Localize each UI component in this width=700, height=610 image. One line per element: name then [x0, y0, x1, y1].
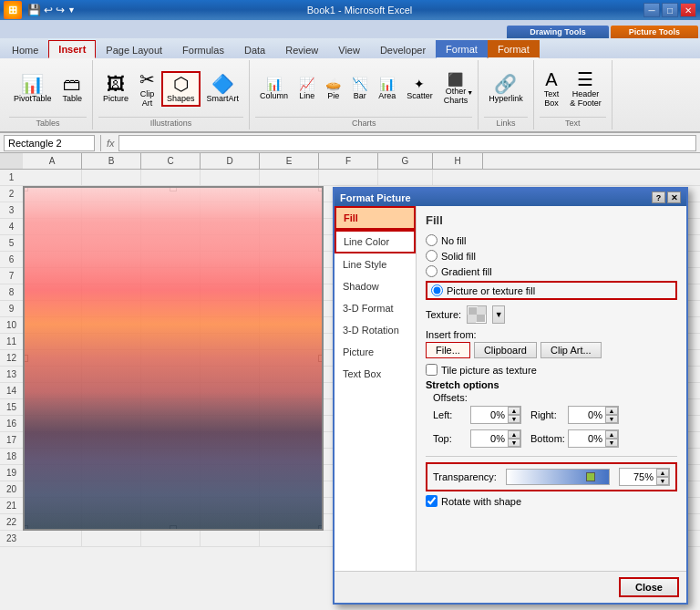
cell-B12[interactable]	[82, 350, 141, 367]
tab-review[interactable]: Review	[275, 40, 328, 58]
col-H[interactable]: H	[433, 153, 483, 169]
picture-fill-radio[interactable]	[431, 284, 443, 296]
cell-C6[interactable]	[141, 252, 201, 268]
file-button[interactable]: File...	[426, 342, 470, 358]
cell-C18[interactable]	[141, 449, 201, 465]
cell-D12[interactable]	[201, 350, 260, 367]
col-A[interactable]: A	[23, 153, 82, 169]
line-chart-button[interactable]: 📈 Line	[294, 75, 319, 103]
text-box-button[interactable]: A TextBox	[540, 67, 564, 110]
transparency-slider-thumb[interactable]	[586, 472, 595, 481]
top-offset-input[interactable]	[471, 430, 508, 447]
cell-A17[interactable]	[23, 432, 82, 449]
minimize-button[interactable]: ─	[643, 3, 660, 17]
cell-H1[interactable]	[433, 170, 700, 186]
save-button[interactable]: 💾	[27, 4, 41, 16]
trans-down-button[interactable]: ▼	[656, 477, 669, 485]
top-up-button[interactable]: ▲	[508, 430, 520, 439]
cell-A4[interactable]	[23, 219, 82, 235]
shapes-button[interactable]: ⬡ Shapes	[161, 71, 201, 107]
cell-D13[interactable]	[201, 367, 260, 383]
right-up-button[interactable]: ▲	[605, 407, 618, 415]
tab-home[interactable]: Home	[2, 40, 48, 58]
pivot-table-button[interactable]: 📊 PivotTable	[9, 72, 57, 106]
cell-B23[interactable]	[82, 531, 141, 547]
cell-D5[interactable]	[201, 235, 260, 252]
tab-developer[interactable]: Developer	[370, 40, 436, 58]
left-offset-input[interactable]	[471, 407, 508, 423]
gradient-fill-radio[interactable]	[426, 265, 438, 277]
nav-line-color[interactable]: Line Color	[335, 230, 416, 253]
tab-view[interactable]: View	[328, 40, 370, 58]
clipboard-button[interactable]: Clipboard	[474, 342, 537, 358]
cell-A6[interactable]	[23, 252, 82, 268]
cell-C12[interactable]	[141, 350, 201, 367]
cell-B17[interactable]	[82, 432, 141, 449]
cell-A2[interactable]	[23, 186, 82, 202]
cell-D8[interactable]	[201, 284, 260, 301]
column-chart-button[interactable]: 📊 Column	[255, 75, 293, 103]
area-chart-button[interactable]: 📊 Area	[374, 75, 400, 103]
tab-format-drawing[interactable]: Format	[436, 40, 488, 58]
tab-formulas[interactable]: Formulas	[172, 40, 234, 58]
texture-picker-button[interactable]	[467, 305, 487, 324]
cell-D2[interactable]	[201, 186, 260, 202]
scatter-chart-button[interactable]: ✦ Scatter	[402, 75, 438, 103]
tile-checkbox[interactable]	[426, 364, 438, 376]
cell-C2[interactable]	[141, 186, 201, 202]
cell-C21[interactable]	[141, 498, 201, 514]
cell-A20[interactable]	[23, 481, 82, 498]
cell-C17[interactable]	[141, 432, 201, 449]
col-G[interactable]: G	[378, 153, 433, 169]
cell-C16[interactable]	[141, 416, 201, 432]
cell-C14[interactable]	[141, 383, 201, 399]
cell-B21[interactable]	[82, 498, 141, 514]
smart-art-button[interactable]: 🔷 SmartArt	[202, 72, 244, 106]
right-offset-input[interactable]	[569, 407, 605, 423]
transparency-value-input[interactable]	[620, 469, 656, 485]
cell-A7[interactable]	[23, 268, 82, 284]
hyperlink-button[interactable]: 🔗 Hyperlink	[484, 72, 528, 106]
cell-G1[interactable]	[378, 170, 433, 186]
bottom-up-button[interactable]: ▲	[605, 430, 618, 439]
table-button[interactable]: 🗃 Table	[58, 72, 88, 106]
cell-B13[interactable]	[82, 367, 141, 383]
nav-line-style[interactable]: Line Style	[335, 253, 416, 275]
nav-picture[interactable]: Picture	[335, 341, 416, 363]
tab-format-picture[interactable]: Format	[488, 40, 540, 58]
cell-A23[interactable]	[23, 531, 82, 547]
drawing-tools-header[interactable]: Drawing Tools	[507, 26, 608, 38]
cell-D15[interactable]	[201, 399, 260, 416]
col-D[interactable]: D	[201, 153, 260, 169]
col-C[interactable]: C	[141, 153, 201, 169]
cell-B5[interactable]	[82, 235, 141, 252]
cell-C8[interactable]	[141, 284, 201, 301]
solid-fill-label[interactable]: Solid fill	[441, 251, 476, 262]
cell-A22[interactable]	[23, 514, 82, 531]
cell-C23[interactable]	[141, 531, 201, 547]
cell-A11[interactable]	[23, 334, 82, 350]
redo-button[interactable]: ↪	[56, 4, 65, 16]
cell-D23[interactable]	[201, 531, 260, 547]
cell-B2[interactable]	[82, 186, 141, 202]
cell-D14[interactable]	[201, 383, 260, 399]
maximize-button[interactable]: □	[662, 3, 678, 17]
header-footer-button[interactable]: ☰ Header& Footer	[565, 67, 606, 110]
cell-A10[interactable]	[23, 317, 82, 334]
pie-chart-button[interactable]: 🥧 Pie	[321, 75, 345, 103]
cell-C9[interactable]	[141, 301, 201, 317]
picture-tools-header[interactable]: Picture Tools	[611, 26, 698, 38]
cell-D7[interactable]	[201, 268, 260, 284]
col-B[interactable]: B	[82, 153, 141, 169]
cell-B6[interactable]	[82, 252, 141, 268]
col-E[interactable]: E	[260, 153, 319, 169]
col-F[interactable]: F	[319, 153, 378, 169]
cell-C10[interactable]	[141, 317, 201, 334]
picture-fill-label[interactable]: Picture or texture fill	[447, 285, 535, 296]
cell-D6[interactable]	[201, 252, 260, 268]
cell-B14[interactable]	[82, 383, 141, 399]
cell-B20[interactable]	[82, 481, 141, 498]
cell-B10[interactable]	[82, 317, 141, 334]
cell-B11[interactable]	[82, 334, 141, 350]
nav-text-box[interactable]: Text Box	[335, 363, 416, 385]
